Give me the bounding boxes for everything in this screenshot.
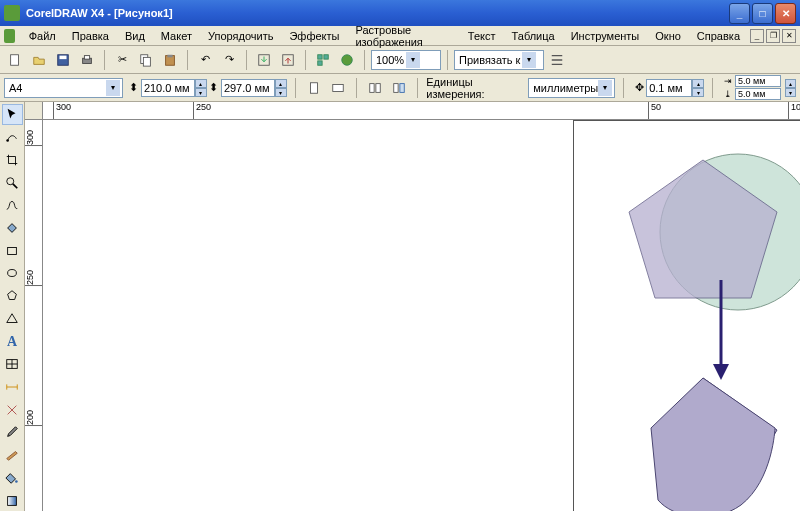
chevron-down-icon: ▾ xyxy=(406,52,420,68)
nudge-icon: ✥ xyxy=(632,81,646,94)
menu-layout[interactable]: Макет xyxy=(153,28,200,44)
rectangle-tool[interactable] xyxy=(2,240,23,261)
crop-tool[interactable] xyxy=(2,149,23,170)
portrait-button[interactable] xyxy=(304,77,324,99)
canvas[interactable] xyxy=(43,120,800,511)
eyedropper-tool[interactable] xyxy=(2,422,23,443)
table-tool[interactable] xyxy=(2,354,23,375)
units-combo[interactable]: миллиметры ▾ xyxy=(528,78,615,98)
app-title: CorelDRAW X4 - [Рисунок1] xyxy=(26,7,727,19)
doc-restore[interactable]: ❐ xyxy=(766,29,780,43)
dup-x-icon: ⇥ xyxy=(721,76,735,86)
standard-toolbar: ✂ ↶ ↷ 100% ▾ Привязать к ▾ xyxy=(0,46,800,74)
dup-y-field[interactable]: ⤓ 5.0 мм xyxy=(721,88,781,100)
horizontal-ruler[interactable]: 300 250 50 100 xyxy=(43,102,800,120)
zoom-value: 100% xyxy=(376,54,404,66)
svg-rect-18 xyxy=(376,83,380,92)
menu-table[interactable]: Таблица xyxy=(504,28,563,44)
nudge-field[interactable]: ✥ 0.1 мм ▴▾ xyxy=(632,79,704,97)
freehand-tool[interactable] xyxy=(2,195,23,216)
units-value: миллиметры xyxy=(533,82,598,94)
welcome-button[interactable] xyxy=(336,49,358,71)
zoom-combo[interactable]: 100% ▾ xyxy=(371,50,441,70)
basic-shapes-tool[interactable] xyxy=(2,308,23,329)
drawing-area: 300 250 50 100 300 250 200 xyxy=(25,102,800,511)
menu-text[interactable]: Текст xyxy=(460,28,504,44)
interactive-tool[interactable] xyxy=(2,399,23,420)
dup-x-field[interactable]: ⇥ 5.0 мм xyxy=(721,75,781,87)
paper-size-combo[interactable]: A4 ▾ xyxy=(4,78,123,98)
doc-minimize[interactable]: _ xyxy=(750,29,764,43)
width-icon: ⬍ xyxy=(127,81,141,94)
undo-button[interactable]: ↶ xyxy=(194,49,216,71)
svg-rect-12 xyxy=(324,54,328,58)
pick-tool[interactable] xyxy=(2,104,23,125)
menu-view[interactable]: Вид xyxy=(117,28,153,44)
import-button[interactable] xyxy=(253,49,275,71)
doc-window-controls: _ ❐ ✕ xyxy=(748,29,796,43)
print-button[interactable] xyxy=(76,49,98,71)
chevron-down-icon: ▾ xyxy=(598,80,612,96)
spin-buttons[interactable]: ▴▾ xyxy=(275,79,287,97)
dup-y-icon: ⤓ xyxy=(721,89,735,99)
spin-buttons[interactable]: ▴▾ xyxy=(195,79,207,97)
menu-window[interactable]: Окно xyxy=(647,28,689,44)
page-width-field[interactable]: ⬍ 210.0 мм ▴▾ xyxy=(127,79,207,97)
maximize-button[interactable]: □ xyxy=(752,3,773,24)
app-launcher-button[interactable] xyxy=(312,49,334,71)
dimension-tool[interactable] xyxy=(2,377,23,398)
snap-combo[interactable]: Привязать к ▾ xyxy=(454,50,544,70)
menu-arrange[interactable]: Упорядочить xyxy=(200,28,281,44)
menu-help[interactable]: Справка xyxy=(689,28,748,44)
all-pages-button[interactable] xyxy=(365,77,385,99)
spin-buttons[interactable]: ▴▾ xyxy=(785,79,796,97)
ruler-tick: 250 xyxy=(25,270,43,286)
menu-bitmaps[interactable]: Растровые изображения xyxy=(347,22,459,50)
fill-tool[interactable] xyxy=(2,468,23,489)
spin-buttons[interactable]: ▴▾ xyxy=(692,79,704,97)
menu-file[interactable]: Файл xyxy=(21,28,64,44)
redo-button[interactable]: ↷ xyxy=(218,49,240,71)
close-button[interactable]: ✕ xyxy=(775,3,796,24)
options-button[interactable] xyxy=(546,49,568,71)
svg-rect-15 xyxy=(310,82,317,93)
paste-button[interactable] xyxy=(159,49,181,71)
vertical-ruler[interactable]: 300 250 200 xyxy=(25,120,43,511)
doc-close[interactable]: ✕ xyxy=(782,29,796,43)
cut-button[interactable]: ✂ xyxy=(111,49,133,71)
current-page-button[interactable] xyxy=(389,77,409,99)
interactive-fill-tool[interactable] xyxy=(2,490,23,511)
ruler-tick: 200 xyxy=(25,410,43,426)
new-button[interactable] xyxy=(4,49,26,71)
text-tool[interactable]: A xyxy=(2,331,23,352)
smart-fill-tool[interactable] xyxy=(2,218,23,239)
ellipse-tool[interactable] xyxy=(2,263,23,284)
copy-button[interactable] xyxy=(135,49,157,71)
polygon-tool[interactable] xyxy=(2,286,23,307)
menu-edit[interactable]: Правка xyxy=(64,28,117,44)
app-icon xyxy=(4,5,20,21)
landscape-button[interactable] xyxy=(328,77,348,99)
ruler-tick: 300 xyxy=(25,130,43,146)
export-button[interactable] xyxy=(277,49,299,71)
svg-rect-19 xyxy=(394,83,398,92)
page-height-field[interactable]: ⬍ 297.0 мм ▴▾ xyxy=(207,79,287,97)
units-label: Единицы измерения: xyxy=(426,76,524,100)
outline-tool[interactable] xyxy=(2,445,23,466)
save-button[interactable] xyxy=(52,49,74,71)
menu-tools[interactable]: Инструменты xyxy=(563,28,648,44)
zoom-tool[interactable] xyxy=(2,172,23,193)
intersect-result-shape-actual[interactable] xyxy=(651,378,775,511)
svg-rect-20 xyxy=(400,83,404,92)
svg-line-23 xyxy=(13,183,17,187)
ruler-tick: 100 xyxy=(788,102,800,120)
svg-point-25 xyxy=(8,270,17,277)
property-bar: A4 ▾ ⬍ 210.0 мм ▴▾ ⬍ 297.0 мм ▴▾ Единицы… xyxy=(0,74,800,102)
shape-tool[interactable] xyxy=(2,127,23,148)
canvas-shapes xyxy=(603,140,800,511)
open-button[interactable] xyxy=(28,49,50,71)
menu-effects[interactable]: Эффекты xyxy=(281,28,347,44)
ruler-origin[interactable] xyxy=(25,102,43,120)
minimize-button[interactable]: _ xyxy=(729,3,750,24)
svg-rect-24 xyxy=(8,247,17,254)
